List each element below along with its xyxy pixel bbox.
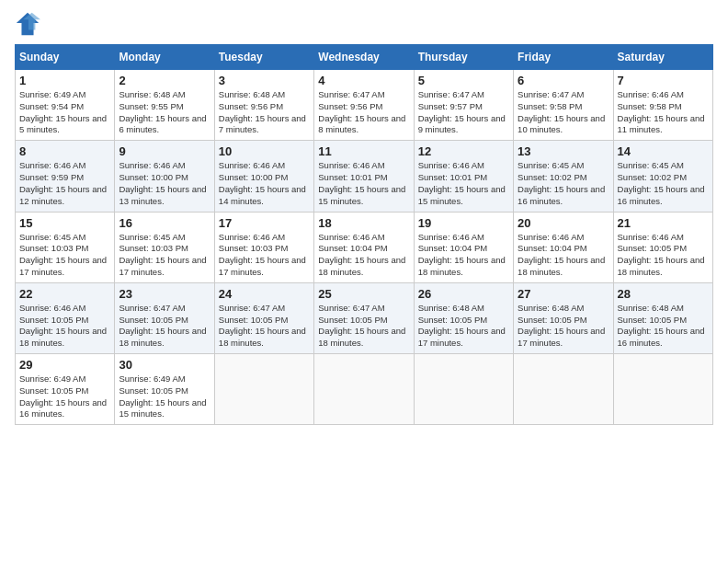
- day-number: 14: [618, 144, 709, 158]
- day-number: 17: [219, 216, 310, 230]
- calendar-day-cell: 29Sunrise: 6:49 AMSunset: 10:05 PMDaylig…: [16, 354, 115, 425]
- logo-icon: [15, 11, 40, 37]
- day-info: Sunrise: 6:48 AMSunset: 9:55 PMDaylight:…: [119, 89, 210, 136]
- calendar-day-cell: 12Sunrise: 6:46 AMSunset: 10:01 PMDaylig…: [414, 141, 513, 212]
- calendar-day-cell: 1Sunrise: 6:49 AMSunset: 9:54 PMDaylight…: [16, 70, 115, 141]
- day-number: 3: [219, 74, 310, 87]
- day-number: 16: [119, 216, 210, 230]
- day-number: 9: [119, 144, 210, 158]
- day-number: 25: [318, 287, 409, 301]
- calendar-body: 1Sunrise: 6:49 AMSunset: 9:54 PMDaylight…: [16, 70, 713, 425]
- day-info: Sunrise: 6:45 AMSunset: 10:03 PMDaylight…: [19, 232, 110, 279]
- day-info: Sunrise: 6:49 AMSunset: 10:05 PMDaylight…: [19, 373, 110, 420]
- calendar-header-cell: Friday: [514, 45, 613, 70]
- day-number: 6: [518, 74, 609, 87]
- day-info: Sunrise: 6:46 AMSunset: 10:01 PMDaylight…: [418, 160, 509, 207]
- day-number: 5: [418, 74, 509, 87]
- calendar-day-cell: 26Sunrise: 6:48 AMSunset: 10:05 PMDaylig…: [414, 282, 513, 353]
- day-number: 8: [19, 144, 110, 158]
- calendar-day-cell: 24Sunrise: 6:47 AMSunset: 10:05 PMDaylig…: [214, 282, 313, 353]
- day-info: Sunrise: 6:49 AMSunset: 10:05 PMDaylight…: [119, 373, 210, 420]
- day-number: 29: [19, 358, 110, 372]
- calendar-header-cell: Tuesday: [214, 45, 313, 70]
- day-info: Sunrise: 6:48 AMSunset: 9:56 PMDaylight:…: [219, 89, 310, 136]
- day-info: Sunrise: 6:47 AMSunset: 10:05 PMDaylight…: [219, 303, 310, 350]
- calendar-day-cell: 2Sunrise: 6:48 AMSunset: 9:55 PMDaylight…: [115, 70, 214, 141]
- day-info: Sunrise: 6:47 AMSunset: 9:58 PMDaylight:…: [518, 89, 609, 136]
- calendar-day-cell: 5Sunrise: 6:47 AMSunset: 9:57 PMDaylight…: [414, 70, 513, 141]
- day-info: Sunrise: 6:45 AMSunset: 10:03 PMDaylight…: [119, 232, 210, 279]
- calendar-week-row: 8Sunrise: 6:46 AMSunset: 9:59 PMDaylight…: [16, 141, 713, 212]
- day-number: 30: [119, 358, 210, 372]
- calendar-day-cell: 4Sunrise: 6:47 AMSunset: 9:56 PMDaylight…: [314, 70, 414, 141]
- calendar-day-cell: 9Sunrise: 6:46 AMSunset: 10:00 PMDayligh…: [115, 141, 214, 212]
- day-info: Sunrise: 6:46 AMSunset: 10:00 PMDaylight…: [119, 160, 210, 207]
- calendar-header-cell: Saturday: [613, 45, 712, 70]
- day-info: Sunrise: 6:46 AMSunset: 10:05 PMDaylight…: [618, 232, 709, 279]
- calendar-day-cell: 13Sunrise: 6:45 AMSunset: 10:02 PMDaylig…: [514, 141, 613, 212]
- calendar-week-row: 22Sunrise: 6:46 AMSunset: 10:05 PMDaylig…: [16, 282, 713, 353]
- day-info: Sunrise: 6:48 AMSunset: 10:05 PMDaylight…: [518, 303, 609, 350]
- calendar-day-cell: 28Sunrise: 6:48 AMSunset: 10:05 PMDaylig…: [613, 282, 712, 353]
- day-info: Sunrise: 6:46 AMSunset: 10:05 PMDaylight…: [19, 303, 110, 350]
- day-number: 20: [518, 216, 609, 230]
- day-number: 15: [19, 216, 110, 230]
- day-number: 19: [418, 216, 509, 230]
- day-info: Sunrise: 6:47 AMSunset: 10:05 PMDaylight…: [119, 303, 210, 350]
- day-number: 27: [518, 287, 609, 301]
- calendar-week-row: 15Sunrise: 6:45 AMSunset: 10:03 PMDaylig…: [16, 212, 713, 282]
- day-number: 11: [318, 144, 409, 158]
- calendar-day-cell: 8Sunrise: 6:46 AMSunset: 9:59 PMDaylight…: [16, 141, 115, 212]
- calendar-header-cell: Sunday: [16, 45, 115, 70]
- calendar-day-cell: [214, 354, 313, 425]
- day-number: 21: [618, 216, 709, 230]
- calendar-day-cell: [414, 354, 513, 425]
- day-number: 18: [318, 216, 409, 230]
- day-number: 10: [219, 144, 310, 158]
- day-info: Sunrise: 6:45 AMSunset: 10:02 PMDaylight…: [518, 160, 609, 207]
- calendar-day-cell: 17Sunrise: 6:46 AMSunset: 10:03 PMDaylig…: [214, 212, 313, 282]
- calendar-header-cell: Monday: [115, 45, 214, 70]
- calendar-day-cell: 15Sunrise: 6:45 AMSunset: 10:03 PMDaylig…: [16, 212, 115, 282]
- header: [15, 15, 713, 37]
- calendar-day-cell: 22Sunrise: 6:46 AMSunset: 10:05 PMDaylig…: [16, 282, 115, 353]
- calendar-week-row: 29Sunrise: 6:49 AMSunset: 10:05 PMDaylig…: [16, 354, 713, 425]
- day-info: Sunrise: 6:49 AMSunset: 9:54 PMDaylight:…: [19, 89, 110, 136]
- calendar-day-cell: 7Sunrise: 6:46 AMSunset: 9:58 PMDaylight…: [613, 70, 712, 141]
- day-info: Sunrise: 6:47 AMSunset: 9:57 PMDaylight:…: [418, 89, 509, 136]
- day-number: 12: [418, 144, 509, 158]
- calendar-day-cell: 16Sunrise: 6:45 AMSunset: 10:03 PMDaylig…: [115, 212, 214, 282]
- calendar-day-cell: [314, 354, 414, 425]
- day-number: 24: [219, 287, 310, 301]
- logo: [15, 15, 44, 37]
- calendar-day-cell: 10Sunrise: 6:46 AMSunset: 10:00 PMDaylig…: [214, 141, 313, 212]
- calendar-day-cell: 19Sunrise: 6:46 AMSunset: 10:04 PMDaylig…: [414, 212, 513, 282]
- calendar-day-cell: [613, 354, 712, 425]
- day-info: Sunrise: 6:45 AMSunset: 10:02 PMDaylight…: [618, 160, 709, 207]
- day-number: 26: [418, 287, 509, 301]
- day-number: 1: [19, 74, 110, 87]
- calendar-header-cell: Wednesday: [314, 45, 414, 70]
- day-number: 13: [518, 144, 609, 158]
- day-number: 7: [618, 74, 709, 87]
- calendar-day-cell: 25Sunrise: 6:47 AMSunset: 10:05 PMDaylig…: [314, 282, 414, 353]
- calendar-header-cell: Thursday: [414, 45, 513, 70]
- day-info: Sunrise: 6:47 AMSunset: 10:05 PMDaylight…: [318, 303, 409, 350]
- day-info: Sunrise: 6:46 AMSunset: 10:01 PMDaylight…: [318, 160, 409, 207]
- calendar-header-row: SundayMondayTuesdayWednesdayThursdayFrid…: [16, 45, 713, 70]
- day-number: 23: [119, 287, 210, 301]
- calendar-day-cell: 6Sunrise: 6:47 AMSunset: 9:58 PMDaylight…: [514, 70, 613, 141]
- day-info: Sunrise: 6:46 AMSunset: 10:03 PMDaylight…: [219, 232, 310, 279]
- day-number: 2: [119, 74, 210, 87]
- day-info: Sunrise: 6:46 AMSunset: 10:04 PMDaylight…: [318, 232, 409, 279]
- calendar-week-row: 1Sunrise: 6:49 AMSunset: 9:54 PMDaylight…: [16, 70, 713, 141]
- day-info: Sunrise: 6:46 AMSunset: 9:59 PMDaylight:…: [19, 160, 110, 207]
- day-number: 22: [19, 287, 110, 301]
- calendar-day-cell: 23Sunrise: 6:47 AMSunset: 10:05 PMDaylig…: [115, 282, 214, 353]
- calendar-day-cell: 3Sunrise: 6:48 AMSunset: 9:56 PMDaylight…: [214, 70, 313, 141]
- calendar-day-cell: [514, 354, 613, 425]
- day-number: 4: [318, 74, 409, 87]
- calendar-day-cell: 11Sunrise: 6:46 AMSunset: 10:01 PMDaylig…: [314, 141, 414, 212]
- day-info: Sunrise: 6:46 AMSunset: 9:58 PMDaylight:…: [618, 89, 709, 136]
- calendar-day-cell: 14Sunrise: 6:45 AMSunset: 10:02 PMDaylig…: [613, 141, 712, 212]
